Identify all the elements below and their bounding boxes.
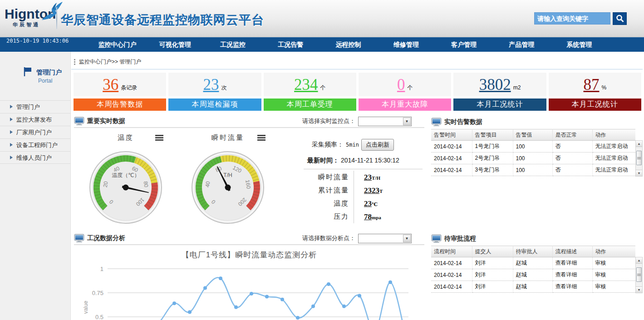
monitor-point-select[interactable]: ▼ (358, 117, 412, 126)
section-title: 重要实时数据 (87, 117, 125, 125)
latest-time-row: 最新时间： 2014-11-21 15:30:12 (307, 157, 399, 165)
analysis-point-select[interactable]: ▼ (358, 234, 412, 243)
dashboard-root: Hignton 华辰智通 华辰智通设备远程监控物联网云平台 2015-10-19… (0, 0, 644, 320)
nav-item-监控中心门户[interactable]: 监控中心门户 (88, 38, 146, 52)
chart-menu-icon[interactable] (257, 135, 265, 136)
stat-number[interactable]: 234 (294, 77, 318, 93)
nav-item-工况监控[interactable]: 工况监控 (204, 38, 261, 52)
refresh-button[interactable]: 点击刷新 (361, 139, 394, 151)
table-cell[interactable]: 查看详细 (552, 269, 592, 281)
stat-button[interactable]: 本月工况统计 (453, 98, 546, 111)
chart-title: 【电厂1号线】瞬时流量动态监测分析 (74, 250, 424, 260)
data-point[interactable] (203, 286, 207, 290)
nav-item-维修管理[interactable]: 维修管理 (377, 38, 435, 52)
sidebar-item-维修人员门户[interactable]: 维修人员门户 (0, 151, 70, 164)
data-point[interactable] (250, 292, 253, 295)
stat-button[interactable]: 本周巡检漏项 (168, 98, 261, 111)
data-point[interactable] (296, 316, 300, 320)
stat-number[interactable]: 0 (397, 77, 405, 93)
nav-item-工况告警[interactable]: 工况告警 (262, 38, 320, 52)
column-header: 动作 (592, 246, 635, 257)
data-point[interactable] (265, 295, 269, 299)
stat-number[interactable]: 87 (583, 77, 599, 93)
stat-button[interactable]: 本月重大故障 (359, 98, 451, 111)
nav-item-客户管理[interactable]: 客户管理 (435, 38, 492, 52)
data-point[interactable] (234, 305, 238, 309)
table-cell[interactable]: 查看详细 (552, 281, 592, 293)
sidebar-menu: 管理门户监控大屏发布厂家用户门户设备工程师门户维修人员门户 (0, 100, 70, 164)
data-point[interactable] (172, 301, 176, 305)
data-point[interactable] (358, 294, 361, 297)
svg-text:1: 1 (100, 266, 103, 272)
readout-number[interactable]: 2323 (364, 186, 379, 195)
readout-number[interactable]: 23 (364, 173, 372, 182)
table-cell: 2号龙门吊 (472, 153, 513, 164)
arrow-right-icon (10, 156, 13, 159)
readout-number[interactable]: 23 (364, 199, 372, 208)
nav-item-可视化管理[interactable]: 可视化管理 (146, 38, 204, 52)
readout-list: 瞬时流量23T/H累计流量2323T温度23℃压力78mpa (304, 171, 425, 223)
sidebar-item-管理门户[interactable]: 管理门户 (0, 100, 70, 113)
table-cell[interactable]: 查看详细 (552, 257, 592, 269)
data-point[interactable] (188, 310, 192, 314)
stat-number[interactable]: 23 (203, 77, 219, 93)
table-cell: 2014-02-14 (431, 164, 472, 176)
chart-menu-icon[interactable] (155, 135, 163, 136)
sidebar-item-监控大屏发布[interactable]: 监控大屏发布 (0, 113, 70, 126)
flag-icon (23, 66, 33, 77)
scroll-down-icon[interactable]: ▼ (636, 286, 642, 293)
approval-table-scrollbar[interactable]: ▲ ▼ (635, 257, 643, 293)
stat-button[interactable]: 本周告警数据 (74, 98, 166, 111)
search-input[interactable] (535, 13, 610, 24)
readout-number[interactable]: 78 (364, 212, 372, 221)
scrollbar-thumb[interactable] (636, 267, 642, 282)
data-point[interactable] (327, 282, 330, 286)
arrow-right-icon (10, 143, 13, 147)
scroll-up-icon[interactable]: ▲ (636, 141, 642, 147)
sidebar-item-厂家用户门户[interactable]: 厂家用户门户 (0, 126, 70, 138)
readout-divider (304, 169, 423, 169)
stat-button[interactable]: 本月工况统计 (549, 98, 641, 111)
stat-unit: 次 (221, 84, 226, 92)
sidebar-item-label: 设备工程师门户 (16, 142, 58, 148)
table-cell: 2014-02-14 (431, 257, 472, 269)
nav-item-产品管理[interactable]: 产品管理 (493, 38, 551, 52)
chevron-down-icon[interactable]: ▼ (403, 235, 411, 242)
main-content: 监控中心门户>> 管理门户 36条记录本周告警数据23次本周巡检漏项234个本周… (71, 52, 644, 320)
data-point[interactable] (311, 305, 315, 308)
scroll-up-icon[interactable]: ▲ (636, 257, 642, 264)
readout-value: 78mpa (354, 212, 381, 222)
data-point[interactable] (342, 305, 346, 308)
data-point[interactable] (219, 276, 222, 280)
stat-value-area: 0个 (359, 73, 451, 96)
nav-timestamp: 2015-10-19 10:43:06 (6, 38, 69, 52)
data-point[interactable] (280, 298, 284, 301)
stat-button[interactable]: 本周工单受理 (264, 98, 356, 111)
collect-frequency-value: 5min (346, 142, 359, 148)
table-cell[interactable]: 审核 (592, 281, 635, 293)
sidebar-item-label: 维修人员门户 (16, 154, 52, 161)
scroll-down-icon[interactable]: ▼ (636, 170, 642, 176)
table-cell: 否 (552, 153, 592, 164)
sidebar-item-设备工程师门户[interactable]: 设备工程师门户 (0, 138, 70, 151)
stat-number[interactable]: 3802 (479, 77, 511, 93)
section-header-analysis: 工况数据分析 请选择数据分析点： ▼ (74, 232, 424, 245)
breadcrumb[interactable]: 监控中心门户>> 管理门户 (74, 58, 141, 66)
table-cell[interactable]: 审核 (592, 257, 635, 269)
table-cell: 赵城 (513, 281, 552, 293)
section-header-approvals: 待审批流程 (431, 232, 644, 245)
data-point[interactable] (388, 281, 392, 284)
logo: Hignton 华辰智通 (5, 7, 59, 28)
column-header: 动作 (592, 129, 635, 141)
alarm-table-scrollbar[interactable]: ▲ ▼ (635, 140, 643, 177)
nav-item-系统管理[interactable]: 系统管理 (551, 38, 608, 52)
stat-number[interactable]: 36 (103, 77, 118, 93)
table-cell[interactable]: 审核 (592, 269, 635, 281)
scrollbar-thumb[interactable] (636, 151, 642, 165)
readout-unit: mpa (372, 215, 381, 220)
table-cell: 无法正常启动 (592, 153, 635, 164)
platform-title: 华辰智通设备远程监控物联网云平台 (61, 12, 264, 28)
search-button[interactable] (613, 12, 627, 25)
nav-item-远程控制[interactable]: 远程控制 (320, 38, 377, 52)
chevron-down-icon[interactable]: ▼ (403, 118, 411, 125)
